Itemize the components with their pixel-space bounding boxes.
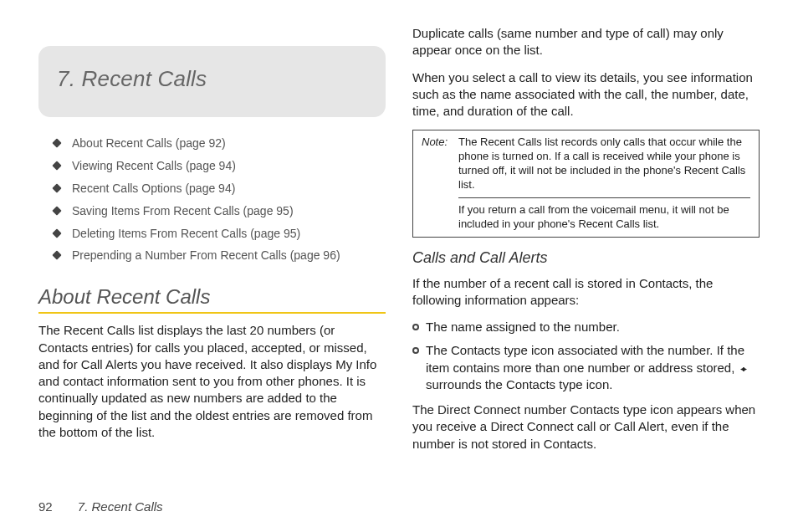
note-label-blank (422, 203, 458, 232)
section-heading-about: About Recent Calls (38, 285, 386, 309)
body-paragraph: When you select a call to view its detai… (412, 69, 760, 120)
circle-bullet-icon (412, 347, 419, 354)
toc-item: Prepending a Number From Recent Calls (p… (54, 248, 386, 263)
toc-item: About Recent Calls (page 92) (54, 136, 386, 151)
toc-item-text: Recent Calls Options (page 94) (72, 181, 235, 197)
running-head: 7. Recent Calls (78, 499, 163, 514)
toc-item-text: Viewing Recent Calls (page 94) (72, 158, 236, 174)
toc-item-text: About Recent Calls (page 92) (72, 136, 226, 151)
subsection-heading-calls-alerts: Calls and Call Alerts (412, 249, 760, 267)
note-text: If you return a call from the voicemail … (458, 203, 750, 232)
list-item: The Contacts type icon associated with t… (412, 342, 760, 393)
diamond-icon (52, 228, 61, 238)
toc-item-text: Prepending a Number From Recent Calls (p… (72, 248, 340, 263)
chapter-header-box: 7. Recent Calls (38, 46, 386, 117)
toc-item-text: Deleting Items From Recent Calls (page 9… (72, 226, 300, 242)
toc-item: Recent Calls Options (page 94) (54, 181, 386, 197)
note-text: The Recent Calls list records only calls… (458, 136, 750, 192)
chapter-toc: About Recent Calls (page 92) Viewing Rec… (38, 136, 386, 263)
list-item-text-part: The Contacts type icon associated with t… (426, 343, 744, 374)
body-paragraph: Duplicate calls (same number and type of… (412, 25, 760, 59)
chapter-title: 7. Recent Calls (57, 66, 367, 92)
bullet-list: The name assigned to the number. The Con… (412, 319, 760, 393)
note-label: Note: (422, 136, 458, 192)
arrows-icon: ◂▸ (740, 363, 745, 375)
toc-item: Deleting Items From Recent Calls (page 9… (54, 226, 386, 242)
toc-item: Saving Items From Recent Calls (page 95) (54, 203, 386, 219)
page-footer: 92 7. Recent Calls (38, 499, 163, 514)
body-paragraph: The Recent Calls list displays the last … (38, 322, 386, 441)
toc-item-text: Saving Items From Recent Calls (page 95) (72, 203, 294, 219)
list-item-text: The Contacts type icon associated with t… (426, 342, 760, 393)
note-box: Note: The Recent Calls list records only… (412, 130, 760, 237)
diamond-icon (52, 161, 61, 170)
body-paragraph: If the number of a recent call is stored… (412, 275, 760, 309)
list-item-text-part: surrounds the Contacts type icon. (426, 377, 612, 391)
diamond-icon (52, 183, 61, 192)
page-number: 92 (38, 499, 53, 514)
circle-bullet-icon (412, 324, 419, 330)
diamond-icon (52, 138, 61, 147)
list-item-text: The name assigned to the number. (426, 319, 620, 335)
diamond-icon (52, 206, 61, 215)
diamond-icon (52, 251, 61, 260)
heading-rule (38, 312, 386, 314)
body-paragraph: The Direct Connect number Contacts type … (412, 402, 760, 453)
list-item: The name assigned to the number. (412, 319, 760, 335)
toc-item: Viewing Recent Calls (page 94) (54, 158, 386, 174)
